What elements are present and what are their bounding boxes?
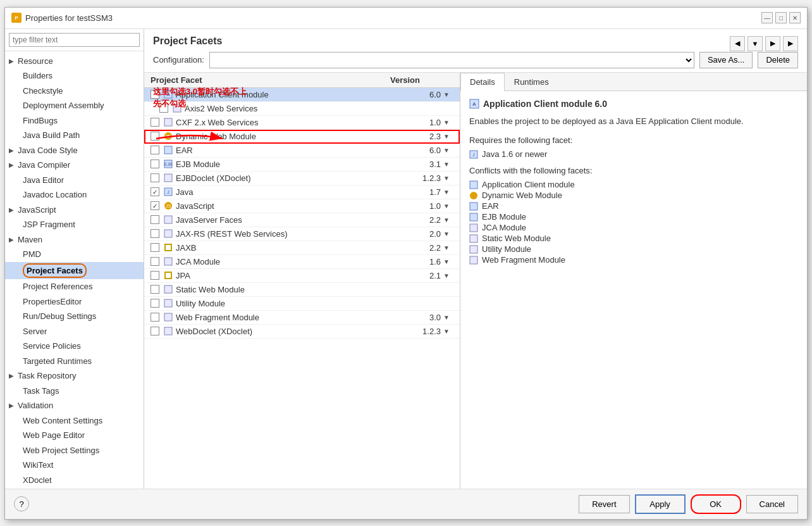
sidebar-item-pmd[interactable]: PMD	[5, 247, 144, 262]
facet-checkbox-1[interactable]	[159, 104, 168, 113]
facet-dropdown-17[interactable]: ▼	[443, 328, 453, 335]
facet-dropdown-13[interactable]: ▼	[443, 272, 453, 279]
sidebar-item-web-project-settings[interactable]: Web Project Settings	[5, 443, 144, 458]
facet-name-8: JavaScript	[176, 201, 403, 211]
facet-checkbox-15[interactable]	[151, 299, 159, 308]
facet-checkbox-17[interactable]	[151, 327, 159, 335]
facet-checkbox-5[interactable]	[151, 160, 159, 168]
sidebar-item-task-tags[interactable]: Task Tags	[5, 384, 144, 399]
table-row[interactable]: WebDoclet (XDoclet) 1.2.3 ▼	[144, 325, 460, 339]
facet-checkbox-0[interactable]	[151, 90, 159, 99]
facet-checkbox-10[interactable]	[151, 229, 159, 238]
sidebar-item-java-editor[interactable]: Java Editor	[5, 173, 144, 188]
back-button[interactable]: ◀	[730, 36, 745, 51]
sidebar-item-server[interactable]: Server	[5, 324, 144, 339]
table-row[interactable]: JCA Module 1.6 ▼	[144, 255, 460, 269]
facet-dropdown-16[interactable]: ▼	[443, 314, 453, 321]
save-as-button[interactable]: Save As...	[699, 52, 753, 68]
facet-dropdown-10[interactable]: ▼	[443, 230, 453, 237]
facet-checkbox-11[interactable]	[151, 243, 159, 252]
table-row[interactable]: Static Web Module	[144, 283, 460, 297]
sidebar-item-javascript[interactable]: ▶ JavaScript	[5, 203, 144, 218]
facet-dropdown-6[interactable]: ▼	[443, 175, 453, 182]
sidebar-item-xdoclet[interactable]: XDoclet	[5, 473, 144, 488]
sidebar-item-validation[interactable]: ▶ Validation	[5, 398, 144, 413]
facet-checkbox-7[interactable]	[151, 187, 159, 196]
table-row[interactable]: CXF 2.x Web Services 1.0 ▼	[144, 116, 460, 130]
facet-dropdown-2[interactable]: ▼	[443, 119, 453, 126]
close-button[interactable]: ✕	[789, 12, 801, 23]
sidebar-item-java-code-style[interactable]: ▶ Java Code Style	[5, 143, 144, 158]
tab-details[interactable]: Details	[460, 73, 505, 91]
table-row[interactable]: JS JavaScript 1.0 ▼	[144, 199, 460, 213]
facet-checkbox-3[interactable]	[151, 132, 159, 141]
table-row[interactable]: EAR 6.0 ▼	[144, 144, 460, 158]
sidebar-item-web-page-editor[interactable]: Web Page Editor	[5, 428, 144, 443]
facet-dropdown-8[interactable]: ▼	[443, 203, 453, 210]
sidebar-item-properties-editor[interactable]: PropertiesEditor	[5, 294, 144, 310]
facet-dropdown-0[interactable]: ▼	[443, 91, 453, 98]
forward2-button[interactable]: ▶	[783, 36, 798, 51]
table-row[interactable]: A Application Client module 6.0 ▼	[144, 88, 460, 102]
facet-dropdown-4[interactable]: ▼	[443, 147, 453, 154]
table-row[interactable]: Utility Module	[144, 297, 460, 311]
ok-button[interactable]: OK	[691, 494, 741, 514]
table-row[interactable]: EJB EJB Module 3.1 ▼	[144, 158, 460, 172]
sidebar-item-label: Javadoc Location	[23, 189, 87, 201]
facet-checkbox-2[interactable]	[151, 118, 159, 127]
sidebar-item-task-repository[interactable]: ▶ Task Repository	[5, 368, 144, 384]
table-row[interactable]: JPA 2.1 ▼	[144, 269, 460, 283]
tab-runtimes[interactable]: Runtimes	[505, 73, 558, 91]
filter-input[interactable]	[9, 33, 140, 47]
facet-dropdown-7[interactable]: ▼	[443, 189, 453, 196]
facet-checkbox-16[interactable]	[151, 313, 159, 322]
sidebar-item-findbugs[interactable]: FindBugs	[5, 113, 144, 128]
cancel-button[interactable]: Cancel	[746, 495, 798, 513]
facet-checkbox-8[interactable]	[151, 201, 159, 210]
table-row[interactable]: W Dynamic Web Module 2.3 ▼	[144, 130, 460, 144]
sidebar-item-service-policies[interactable]: Service Policies	[5, 339, 144, 354]
sidebar-item-wikitext[interactable]: WikiText	[5, 458, 144, 473]
config-select[interactable]	[209, 52, 694, 68]
table-row[interactable]: J Java 1.7 ▼	[144, 185, 460, 199]
facet-dropdown-5[interactable]: ▼	[443, 161, 453, 168]
sidebar-item-checkstyle[interactable]: Checkstyle	[5, 84, 144, 99]
sidebar-item-jsp-fragment[interactable]: JSP Fragment	[5, 217, 144, 232]
revert-button[interactable]: Revert	[579, 495, 629, 513]
table-row[interactable]: JAXB 2.2 ▼	[144, 241, 460, 255]
sidebar-item-web-content[interactable]: Web Content Settings	[5, 413, 144, 429]
minimize-button[interactable]: —	[761, 12, 773, 23]
facet-checkbox-6[interactable]	[151, 173, 159, 182]
facet-dropdown-3[interactable]: ▼	[443, 133, 453, 140]
facet-checkbox-13[interactable]	[151, 271, 159, 280]
sidebar-item-deployment[interactable]: Deployment Assembly	[5, 98, 144, 113]
sidebar-item-java-compiler[interactable]: ▶ Java Compiler	[5, 158, 144, 173]
sidebar-item-targeted-runtimes[interactable]: Targeted Runtimes	[5, 354, 144, 369]
sidebar-item-javadoc[interactable]: Javadoc Location	[5, 187, 144, 203]
facet-checkbox-12[interactable]	[151, 257, 159, 266]
facet-dropdown-12[interactable]: ▼	[443, 258, 453, 265]
table-row[interactable]: Web Fragment Module 3.0 ▼	[144, 311, 460, 325]
delete-button[interactable]: Delete	[758, 52, 798, 68]
facet-checkbox-14[interactable]	[151, 285, 159, 294]
dropdown-button[interactable]: ▼	[747, 36, 763, 51]
facet-dropdown-9[interactable]: ▼	[443, 216, 453, 223]
sidebar-item-maven[interactable]: ▶ Maven	[5, 232, 144, 247]
maximize-button[interactable]: □	[775, 12, 787, 23]
sidebar-item-project-references[interactable]: Project References	[5, 279, 144, 294]
sidebar-item-project-facets[interactable]: Project Facets	[5, 262, 144, 280]
facet-dropdown-11[interactable]: ▼	[443, 244, 453, 251]
table-row[interactable]: JavaServer Faces 2.2 ▼	[144, 213, 460, 227]
facet-checkbox-9[interactable]	[151, 215, 159, 224]
facet-checkbox-4[interactable]	[151, 146, 159, 154]
forward-button[interactable]: ▶	[765, 36, 780, 51]
sidebar-item-builders[interactable]: Builders	[5, 68, 144, 84]
sidebar-item-run-debug[interactable]: Run/Debug Settings	[5, 309, 144, 324]
table-row[interactable]: EJBDoclet (XDoclet) 1.2.3 ▼	[144, 172, 460, 185]
table-row[interactable]: Axis2 Web Services	[144, 102, 460, 116]
sidebar-item-java-build-path[interactable]: Java Build Path	[5, 128, 144, 143]
sidebar-item-resource[interactable]: ▶ Resource	[5, 54, 144, 69]
help-button[interactable]: ?	[14, 496, 29, 511]
table-row[interactable]: JAX-RS (REST Web Services) 2.0 ▼	[144, 227, 460, 241]
apply-button[interactable]: Apply	[635, 494, 686, 514]
